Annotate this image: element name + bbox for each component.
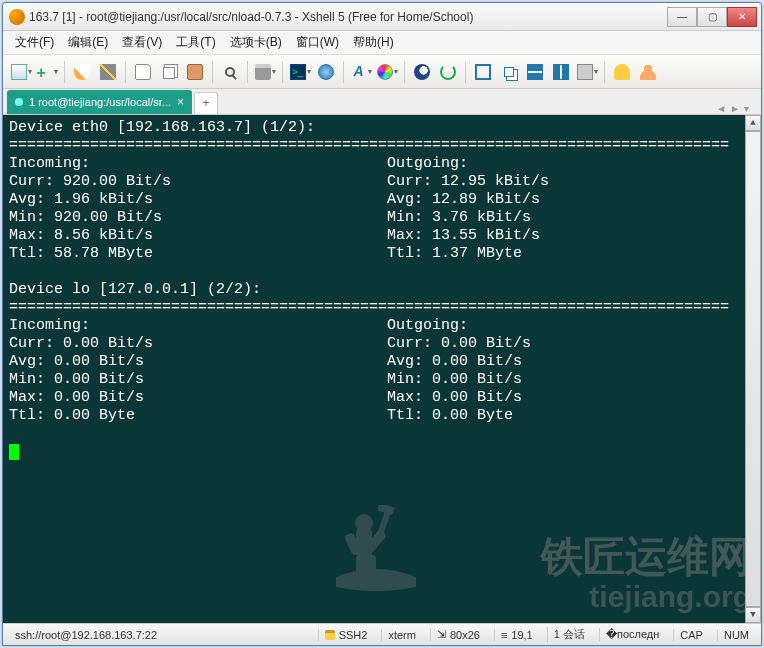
- refresh-icon: [440, 64, 456, 80]
- statusbar: ssh://root@192.168.163.7:22 SSH2 xterm ⇲…: [3, 623, 761, 645]
- find-icon: [225, 67, 235, 77]
- watermark-logo: [321, 505, 431, 595]
- separator: [282, 61, 283, 83]
- separator: [212, 61, 213, 83]
- status-term: xterm: [381, 629, 422, 641]
- tabbar: 1 root@tiejiang:/usr/local/sr... × + ◄ ►…: [3, 89, 761, 115]
- wand-button[interactable]: [96, 60, 120, 84]
- resize-icon: ⇲: [437, 628, 446, 641]
- tab-close-icon[interactable]: ×: [177, 95, 184, 109]
- xftp-button[interactable]: [314, 60, 338, 84]
- highlight-button[interactable]: [70, 60, 94, 84]
- toolbar: + >_ A: [3, 55, 761, 89]
- status-num: NUM: [717, 629, 755, 641]
- status-size: ⇲ 80x26: [430, 628, 486, 641]
- menu-tools[interactable]: 工具(T): [170, 32, 221, 53]
- find-button[interactable]: [218, 60, 242, 84]
- session-tab[interactable]: 1 root@tiejiang:/usr/local/sr... ×: [7, 90, 192, 114]
- lock-icon: [325, 630, 335, 640]
- tab-label: 1 root@tiejiang:/usr/local/sr...: [29, 96, 171, 108]
- row-icon: ≡: [501, 629, 507, 641]
- minimize-button[interactable]: —: [667, 7, 697, 27]
- status-protocol: SSH2: [318, 629, 374, 641]
- new-icon: [11, 64, 27, 80]
- copy-button[interactable]: [157, 60, 181, 84]
- separator: [247, 61, 248, 83]
- svg-rect-3: [363, 529, 387, 555]
- scroll-down-button[interactable]: ▼: [745, 607, 761, 623]
- separator: [465, 61, 466, 83]
- status-connection: ssh://root@192.168.163.7:22: [9, 629, 310, 641]
- connected-icon: [15, 98, 23, 106]
- status-cap: CAP: [673, 629, 709, 641]
- copy-icon: [163, 67, 175, 79]
- menu-help[interactable]: 帮助(H): [347, 32, 400, 53]
- scroll-thumb[interactable]: [745, 131, 761, 607]
- scrollbar[interactable]: ▲ ▼: [745, 115, 761, 623]
- palette-icon: [377, 64, 393, 80]
- moon-icon: [414, 64, 430, 80]
- separator: [343, 61, 344, 83]
- plus-icon: +: [37, 64, 53, 80]
- cascade-button[interactable]: [497, 60, 521, 84]
- status-link: �последн: [599, 628, 665, 641]
- new-session-button[interactable]: [9, 60, 33, 84]
- menu-file[interactable]: 文件(F): [9, 32, 60, 53]
- status-cursor: ≡ 19,1: [494, 629, 539, 641]
- split-button[interactable]: [575, 60, 599, 84]
- svg-rect-5: [377, 505, 395, 515]
- scroll-up-button[interactable]: ▲: [745, 115, 761, 131]
- menu-tabs[interactable]: 选项卡(B): [224, 32, 288, 53]
- tab-list-button[interactable]: ▾: [744, 103, 749, 114]
- maximize-button[interactable]: ▢: [697, 7, 727, 27]
- terminal[interactable]: Device eth0 [192.168.163.7] (1/2): =====…: [3, 115, 761, 623]
- print-button[interactable]: [253, 60, 277, 84]
- night-button[interactable]: [410, 60, 434, 84]
- cursor: [9, 444, 19, 460]
- globe-icon: [318, 64, 334, 80]
- tile-v-icon: [553, 64, 569, 80]
- svg-rect-2: [344, 532, 362, 556]
- tile-v-button[interactable]: [549, 60, 573, 84]
- status-sessions: 1 会话: [547, 627, 591, 642]
- menu-window[interactable]: 窗口(W): [290, 32, 345, 53]
- paste-button[interactable]: [183, 60, 207, 84]
- close-button[interactable]: ✕: [727, 7, 757, 27]
- separator: [604, 61, 605, 83]
- paste-icon: [187, 64, 203, 80]
- menubar: 文件(F) 编辑(E) 查看(V) 工具(T) 选项卡(B) 窗口(W) 帮助(…: [3, 31, 761, 55]
- open-button[interactable]: +: [35, 60, 59, 84]
- font-button[interactable]: A: [349, 60, 373, 84]
- titlebar[interactable]: 163.7 [1] - root@tiejiang:/usr/local/src…: [3, 3, 761, 31]
- terminal-icon: >_: [290, 64, 306, 80]
- tab-next-button[interactable]: ►: [730, 103, 740, 114]
- svg-rect-4: [378, 507, 392, 534]
- tab-prev-button[interactable]: ◄: [716, 103, 726, 114]
- svg-point-0: [355, 514, 373, 532]
- separator: [64, 61, 65, 83]
- transfer-button[interactable]: [131, 60, 155, 84]
- print-icon: [255, 64, 271, 80]
- tile-h-button[interactable]: [523, 60, 547, 84]
- svg-rect-1: [356, 529, 372, 557]
- wand-icon: [100, 64, 116, 80]
- cascade-icon: [504, 67, 514, 77]
- colorscheme-button[interactable]: [375, 60, 399, 84]
- font-icon: A: [351, 64, 367, 80]
- fullscreen-icon: [475, 64, 491, 80]
- user-button[interactable]: [636, 60, 660, 84]
- menu-edit[interactable]: 编辑(E): [62, 32, 114, 53]
- key-icon: [614, 64, 630, 80]
- brush-icon: [74, 64, 90, 80]
- refresh-button[interactable]: [436, 60, 460, 84]
- split-icon: [577, 64, 593, 80]
- window-title: 163.7 [1] - root@tiejiang:/usr/local/src…: [29, 10, 667, 24]
- new-tab-button[interactable]: +: [194, 92, 218, 114]
- menu-view[interactable]: 查看(V): [116, 32, 168, 53]
- terminal-output: Device eth0 [192.168.163.7] (1/2): =====…: [9, 119, 755, 461]
- fullscreen-button[interactable]: [471, 60, 495, 84]
- local-shell-button[interactable]: >_: [288, 60, 312, 84]
- key-button[interactable]: [610, 60, 634, 84]
- separator: [404, 61, 405, 83]
- svg-rect-7: [366, 555, 376, 579]
